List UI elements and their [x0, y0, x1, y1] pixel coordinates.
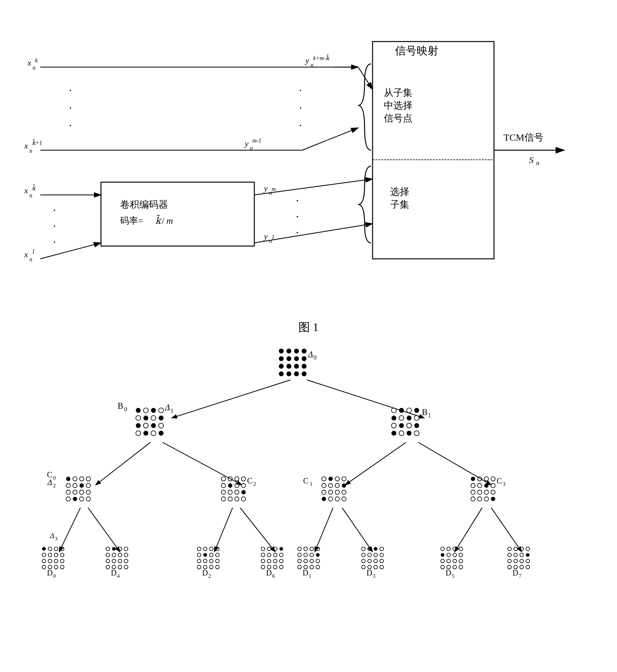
svg-line-208: [491, 508, 522, 552]
svg-text:信号点: 信号点: [384, 113, 413, 123]
svg-point-80: [301, 371, 306, 376]
svg-text:n: n: [536, 160, 539, 167]
svg-point-310: [368, 559, 371, 563]
svg-point-268: [279, 547, 283, 550]
svg-line-84: [307, 380, 424, 418]
svg-point-110: [399, 415, 404, 420]
svg-text:n: n: [311, 62, 314, 68]
svg-point-98: [143, 431, 148, 436]
svg-point-193: [484, 490, 488, 494]
svg-point-171: [335, 483, 339, 488]
svg-text:D: D: [366, 569, 372, 577]
svg-point-198: [491, 497, 495, 501]
svg-point-93: [136, 423, 141, 428]
svg-point-109: [391, 415, 396, 420]
svg-text:子集: 子集: [390, 199, 409, 210]
svg-point-114: [399, 423, 404, 428]
svg-point-187: [471, 483, 475, 488]
svg-text:·: ·: [296, 194, 299, 207]
svg-point-78: [286, 371, 291, 376]
svg-point-161: [234, 497, 239, 501]
svg-text:3: 3: [55, 535, 57, 541]
svg-text:0: 0: [124, 406, 127, 413]
svg-text:选择: 选择: [390, 186, 409, 197]
svg-point-334: [459, 565, 462, 569]
svg-point-136: [72, 490, 77, 494]
svg-point-119: [406, 431, 411, 436]
svg-text:Δ: Δ: [49, 532, 54, 540]
svg-point-345: [507, 559, 511, 563]
svg-point-342: [513, 553, 517, 556]
svg-point-311: [374, 559, 377, 563]
svg-point-130: [86, 477, 90, 481]
svg-point-94: [143, 423, 148, 428]
svg-text:·: ·: [53, 220, 56, 233]
svg-point-288: [303, 553, 307, 556]
svg-point-151: [221, 483, 225, 488]
svg-point-133: [79, 483, 83, 488]
svg-point-131: [66, 483, 70, 488]
svg-text:B: B: [422, 407, 427, 417]
svg-point-132: [72, 483, 77, 488]
svg-point-324: [447, 553, 450, 556]
svg-text:·: ·: [296, 210, 299, 223]
svg-line-83: [172, 380, 290, 418]
svg-text:x: x: [24, 186, 28, 195]
svg-point-266: [267, 547, 271, 550]
svg-point-346: [513, 559, 517, 563]
svg-point-105: [391, 408, 396, 413]
svg-text:n: n: [29, 148, 32, 154]
svg-text:k̃+1: k̃+1: [32, 139, 42, 146]
svg-point-347: [520, 559, 523, 563]
svg-point-76: [301, 364, 306, 369]
svg-text:2: 2: [208, 573, 211, 579]
figure1: 信号映射 从子集 中选择 信号点 选择 子集 TCM信号 S n x: [21, 26, 596, 313]
svg-point-174: [328, 490, 332, 494]
svg-line-48: [40, 243, 101, 259]
svg-point-154: [241, 483, 245, 488]
svg-point-88: [159, 408, 163, 413]
svg-point-185: [484, 477, 488, 481]
svg-text:中选择: 中选择: [384, 100, 413, 110]
svg-point-92: [159, 415, 163, 420]
svg-point-341: [507, 553, 511, 556]
svg-point-298: [316, 565, 319, 569]
svg-point-257: [209, 559, 213, 563]
svg-point-352: [526, 565, 530, 569]
svg-text:x: x: [27, 58, 31, 67]
svg-point-223: [42, 565, 45, 569]
svg-point-140: [72, 497, 77, 501]
svg-text:6: 6: [272, 573, 275, 579]
svg-point-327: [441, 559, 444, 563]
svg-point-293: [310, 559, 313, 563]
svg-point-234: [112, 553, 115, 556]
svg-text:n: n: [250, 145, 253, 152]
svg-point-248: [203, 547, 207, 550]
svg-point-343: [520, 553, 523, 556]
svg-point-77: [279, 371, 283, 376]
svg-text:码率=: 码率=: [120, 216, 143, 226]
svg-point-351: [520, 565, 523, 569]
svg-line-202: [88, 508, 120, 552]
svg-point-90: [143, 415, 148, 420]
svg-text:D: D: [512, 569, 518, 577]
svg-point-139: [66, 497, 70, 501]
svg-point-111: [406, 415, 411, 420]
svg-point-294: [316, 559, 319, 563]
svg-point-259: [197, 565, 201, 569]
svg-point-141: [79, 497, 83, 501]
svg-point-71: [294, 356, 299, 361]
svg-point-303: [374, 547, 377, 550]
svg-point-309: [361, 559, 365, 563]
svg-point-172: [342, 483, 346, 488]
svg-point-74: [286, 364, 291, 369]
svg-point-321: [453, 547, 456, 550]
svg-point-165: [322, 477, 326, 481]
svg-text:n: n: [29, 192, 32, 199]
svg-point-113: [391, 423, 396, 428]
svg-line-205: [315, 508, 333, 552]
svg-point-283: [297, 547, 301, 550]
svg-point-95: [151, 423, 156, 428]
svg-text:D: D: [266, 569, 271, 577]
svg-point-85: [136, 408, 141, 413]
